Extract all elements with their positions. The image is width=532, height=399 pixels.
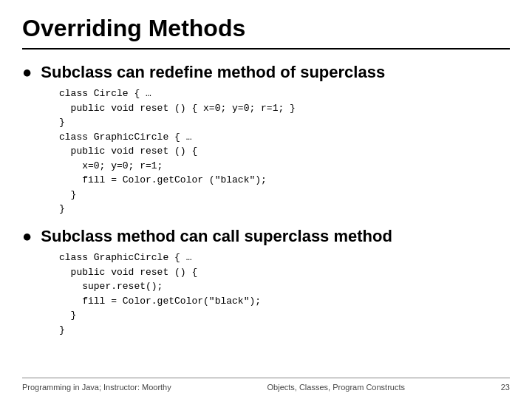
code-block-1: class Circle { … public void reset () { …: [59, 86, 510, 216]
slide-container: Overriding Methods ● Subclass can redefi…: [0, 0, 532, 399]
bullet-heading-1: ● Subclass can redefine method of superc…: [22, 63, 510, 82]
bullet-text-2: Subclass method can call superclass meth…: [41, 227, 392, 246]
code-block-2: class GraphicCircle { … public void rese…: [59, 250, 510, 337]
bullet-dot-1: ●: [22, 63, 32, 82]
bullet-item-1: ● Subclass can redefine method of superc…: [22, 63, 510, 216]
bullet-dot-2: ●: [22, 227, 32, 246]
content-section: ● Subclass can redefine method of superc…: [22, 63, 510, 372]
footer-left: Programming in Java; Instructor: Moorthy: [22, 383, 171, 392]
bullet-text-1: Subclass can redefine method of supercla…: [41, 63, 385, 82]
bullet-heading-2: ● Subclass method can call superclass me…: [22, 227, 510, 246]
slide-title: Overriding Methods: [22, 15, 510, 42]
bullet-item-2: ● Subclass method can call superclass me…: [22, 227, 510, 337]
title-section: Overriding Methods: [22, 15, 510, 50]
footer-center: Objects, Classes, Program Constructs: [267, 383, 405, 392]
footer-right: 23: [501, 383, 510, 392]
footer: Programming in Java; Instructor: Moorthy…: [22, 378, 510, 392]
